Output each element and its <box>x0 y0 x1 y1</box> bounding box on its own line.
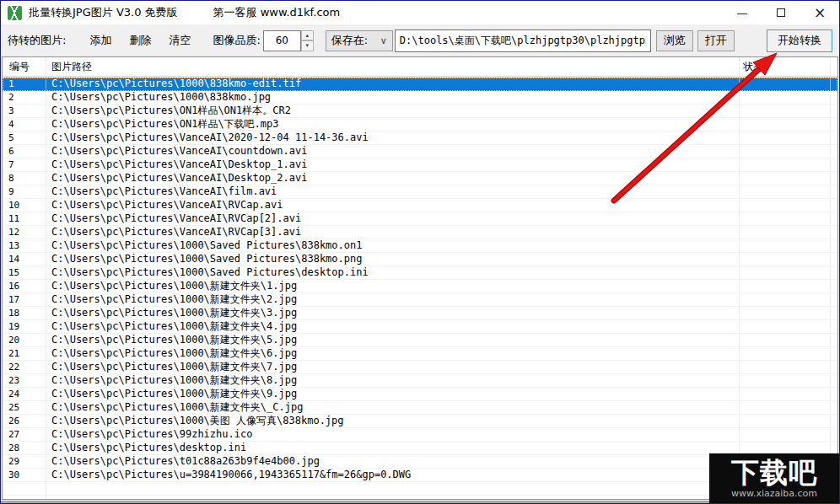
row-path: C:\Users\pc\Pictures\1000\838kmo-edit.ti… <box>46 78 740 90</box>
table-row[interactable]: 6C:\Users\pc\Pictures\VanceAI\countdown.… <box>3 145 837 158</box>
row-number: 24 <box>3 388 46 400</box>
table-row[interactable]: 15C:\Users\pc\Pictures\1000\Saved Pictur… <box>3 266 837 280</box>
table-row[interactable]: 18C:\Users\pc\Pictures\1000\新建文件夹\3.jpg <box>3 307 837 320</box>
clear-button[interactable]: 清空 <box>169 33 191 48</box>
add-button[interactable]: 添加 <box>89 33 111 48</box>
row-number: 20 <box>3 334 46 346</box>
column-header-status[interactable]: 状态 <box>740 57 831 76</box>
maximize-button[interactable] <box>762 1 800 24</box>
table-row[interactable]: 7C:\Users\pc\Pictures\VanceAI\Desktop_1.… <box>3 158 837 172</box>
table-row[interactable]: 26C:\Users\pc\Pictures\1000\美图 人像写真\838k… <box>3 415 837 428</box>
row-number: 5 <box>3 131 46 144</box>
table-row[interactable]: 1C:\Users\pc\Pictures\1000\838kmo-edit.t… <box>3 78 837 91</box>
row-path: C:\Users\pc\Pictures\t01c88a263b9f4e4b00… <box>46 455 740 468</box>
row-number: 21 <box>3 347 46 360</box>
table-row[interactable]: 20C:\Users\pc\Pictures\1000\新建文件夹\5.jpg <box>3 334 837 347</box>
row-number: 28 <box>3 442 46 454</box>
table-row[interactable]: 19C:\Users\pc\Pictures\1000\新建文件夹\4.jpg <box>3 320 837 334</box>
row-number: 25 <box>3 401 46 414</box>
quality-stepper: ▲ ▼ <box>301 30 314 51</box>
row-path: C:\Users\pc\Pictures\VanceAI\countdown.a… <box>46 145 740 158</box>
row-status <box>740 226 831 239</box>
table-row[interactable]: 17C:\Users\pc\Pictures\1000\新建文件夹\2.jpg <box>3 293 837 307</box>
row-path: C:\Users\pc\Pictures\1000\新建文件夹\3.jpg <box>46 307 740 319</box>
table-row[interactable]: 4C:\Users\pc\Pictures\ON1样品\下载吧.mp3 <box>3 118 837 131</box>
row-status <box>740 145 831 158</box>
output-path-input[interactable] <box>395 29 651 52</box>
save-in-dropdown[interactable]: 保存在: ∨ <box>326 30 393 51</box>
table-row[interactable]: 3C:\Users\pc\Pictures\ON1样品\ON1样本。CR2 <box>3 105 837 118</box>
row-number: 3 <box>3 105 46 117</box>
row-status <box>740 307 831 319</box>
row-status <box>740 105 831 117</box>
row-number: 26 <box>3 415 46 427</box>
row-status <box>740 280 831 292</box>
row-number: 14 <box>3 253 46 265</box>
delete-button[interactable]: 删除 <box>129 33 151 48</box>
spinner-down-icon[interactable]: ▼ <box>301 40 314 51</box>
row-number: 11 <box>3 212 46 225</box>
row-path: C:\Users\pc\Pictures\1000\838kmo.jpg <box>46 91 740 104</box>
row-path: C:\Users\pc\Pictures\VanceAI\film.avi <box>46 185 740 198</box>
row-number: 15 <box>3 266 46 279</box>
column-header-path[interactable]: 图片路径 <box>46 57 740 76</box>
row-status <box>740 428 831 441</box>
quality-input[interactable] <box>263 30 301 51</box>
table-row[interactable]: 14C:\Users\pc\Pictures\1000\Saved Pictur… <box>3 253 837 266</box>
row-path: C:\Users\pc\Pictures\VanceAI\2020-12-04 … <box>46 131 740 144</box>
row-path: C:\Users\pc\Pictures\1000\新建文件夹\2.jpg <box>46 293 740 306</box>
column-header-number[interactable]: 编号 <box>3 57 46 76</box>
table-row[interactable]: 5C:\Users\pc\Pictures\VanceAI\2020-12-04… <box>3 131 837 145</box>
row-path: C:\Users\pc\Pictures\u=3984190066,194336… <box>46 469 740 481</box>
minimize-icon: — <box>737 7 748 19</box>
open-button[interactable]: 打开 <box>697 30 735 51</box>
table-row[interactable]: 8C:\Users\pc\Pictures\VanceAI\Desktop_2.… <box>3 172 837 185</box>
row-path: C:\Users\pc\Pictures\1000\新建文件夹\4.jpg <box>46 320 740 333</box>
close-icon: × <box>814 4 826 21</box>
spinner-up-icon[interactable]: ▲ <box>301 30 314 41</box>
watermark-url: www.xiazaiba.com <box>731 488 817 499</box>
table-row[interactable]: 24C:\Users\pc\Pictures\1000\新建文件夹\9.jpg <box>3 388 837 401</box>
table-row[interactable]: 27C:\Users\pc\Pictures\99zhizhu.ico <box>3 428 837 442</box>
save-in-label: 保存在: <box>331 33 368 48</box>
row-status <box>740 415 831 427</box>
pending-images-label: 待转的图片: <box>8 33 66 48</box>
table-row[interactable]: 23C:\Users\pc\Pictures\1000\新建文件夹\8.jpg <box>3 374 837 388</box>
row-number: 30 <box>3 469 46 481</box>
start-convert-button[interactable]: 开始转换 <box>767 29 832 52</box>
row-status <box>740 266 831 279</box>
table-row[interactable]: 16C:\Users\pc\Pictures\1000\新建文件夹\1.jpg <box>3 280 837 293</box>
row-status <box>740 253 831 265</box>
row-path: C:\Users\pc\Pictures\VanceAI\RVCap.avi <box>46 199 740 212</box>
table-row[interactable]: 21C:\Users\pc\Pictures\1000\新建文件夹\6.jpg <box>3 347 837 361</box>
table-row[interactable]: 11C:\Users\pc\Pictures\VanceAI\RVCap[2].… <box>3 212 837 226</box>
row-path: C:\Users\pc\Pictures\ON1样品\下载吧.mp3 <box>46 118 740 131</box>
row-path: C:\Users\pc\Pictures\1000\Saved Pictures… <box>46 239 740 252</box>
row-status <box>740 91 831 104</box>
table-body: 1C:\Users\pc\Pictures\1000\838kmo-edit.t… <box>3 78 837 499</box>
row-path <box>46 482 740 495</box>
row-status <box>740 293 831 306</box>
row-status <box>740 361 831 373</box>
table-row[interactable]: 25C:\Users\pc\Pictures\1000\新建文件夹\_C.jpg <box>3 401 837 415</box>
table-row[interactable]: 10C:\Users\pc\Pictures\VanceAI\RVCap.avi <box>3 199 837 212</box>
support-contact: 第一客服 www.d1kf.com <box>213 5 341 20</box>
table-row[interactable]: 12C:\Users\pc\Pictures\VanceAI\RVCap[3].… <box>3 226 837 239</box>
table-row[interactable]: 13C:\Users\pc\Pictures\1000\Saved Pictur… <box>3 239 837 253</box>
row-number: 23 <box>3 374 46 387</box>
titlebar: 批量转换JPG图片 V3.0 免费版 第一客服 www.d1kf.com — × <box>1 1 839 24</box>
row-number: 19 <box>3 320 46 333</box>
row-number: 9 <box>3 185 46 198</box>
row-status <box>740 78 831 90</box>
table-header: 编号 图片路径 状态 <box>3 57 837 77</box>
table-row[interactable]: 22C:\Users\pc\Pictures\1000\新建文件夹\7.jpg <box>3 361 837 374</box>
table-row[interactable]: 2C:\Users\pc\Pictures\1000\838kmo.jpg <box>3 91 837 105</box>
close-button[interactable]: × <box>800 1 839 24</box>
row-number: 13 <box>3 239 46 252</box>
row-path: C:\Users\pc\Pictures\VanceAI\Desktop_1.a… <box>46 158 740 171</box>
minimize-button[interactable]: — <box>723 1 762 24</box>
browse-button[interactable]: 浏览 <box>656 30 693 51</box>
row-path: C:\Users\pc\Pictures\1000\新建文件夹\_C.jpg <box>46 401 740 414</box>
table-row[interactable]: 9C:\Users\pc\Pictures\VanceAI\film.avi <box>3 185 837 199</box>
app-window: 批量转换JPG图片 V3.0 免费版 第一客服 www.d1kf.com — ×… <box>0 0 840 504</box>
